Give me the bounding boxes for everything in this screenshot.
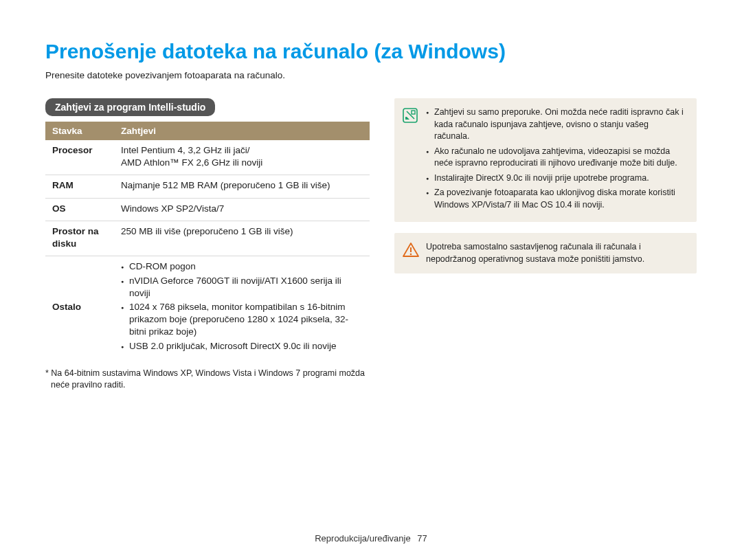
note-icon xyxy=(403,107,419,214)
left-column: Zahtjevi za program Intelli-studio Stavk… xyxy=(45,98,370,391)
row-value-disk: 250 MB ili više (preporučeno 1 GB ili vi… xyxy=(114,221,370,256)
row-label-os: OS xyxy=(45,198,114,221)
row-value-os: Windows XP SP2/Vista/7 xyxy=(114,198,370,221)
row-label-ram: RAM xyxy=(45,175,114,198)
footnote: * Na 64-bitnim sustavima Windows XP, Win… xyxy=(45,368,370,391)
page-footer: Reprodukcija/uređivanje 77 xyxy=(0,533,742,544)
info-note-item: Za povezivanje fotoaparata kao uklonjivo… xyxy=(426,187,686,211)
warning-text: Upotreba samostalno sastavljenog računal… xyxy=(426,241,686,265)
ostalo-item: nVIDIA Geforce 7600GT ili noviji/ATI X16… xyxy=(121,275,363,300)
warning-icon xyxy=(403,241,419,265)
svg-point-4 xyxy=(410,254,412,256)
requirements-table: Stavka Zahtjevi Procesor Intel Pentium 4… xyxy=(45,122,370,359)
footer-section: Reprodukcija/uređivanje xyxy=(315,533,410,544)
row-value-ram: Najmanje 512 MB RAM (preporučeno 1 GB il… xyxy=(114,175,370,198)
page-title: Prenošenje datoteka na računalo (za Wind… xyxy=(45,40,697,63)
row-value-ostalo: CD-ROM pogon nVIDIA Geforce 7600GT ili n… xyxy=(114,256,370,359)
table-header-zahtjevi: Zahtjevi xyxy=(114,122,370,140)
table-header-stavka: Stavka xyxy=(45,122,114,140)
right-column: Zahtjevi su samo preporuke. Oni možda ne… xyxy=(394,98,697,391)
row-label-ostalo: Ostalo xyxy=(45,256,114,359)
intro-text: Prenesite datoteke povezivanjem fotoapar… xyxy=(45,70,697,80)
info-note-item: Zahtjevi su samo preporuke. Oni možda ne… xyxy=(426,107,686,143)
footer-page-number: 77 xyxy=(417,533,427,544)
row-label-procesor: Procesor xyxy=(45,140,114,175)
row-label-disk: Prostor na disku xyxy=(45,221,114,256)
procesor-line2: AMD Athlon™ FX 2,6 GHz ili noviji xyxy=(121,157,262,168)
section-heading: Zahtjevi za program Intelli-studio xyxy=(45,98,215,116)
svg-rect-2 xyxy=(412,111,415,114)
svg-line-1 xyxy=(407,111,414,119)
ostalo-item: 1024 x 768 piksela, monitor kompatibilan… xyxy=(121,301,363,339)
info-note: Zahtjevi su samo preporuke. Oni možda ne… xyxy=(394,98,697,222)
ostalo-item: CD-ROM pogon xyxy=(121,260,363,273)
procesor-line1: Intel Pentium 4, 3,2 GHz ili jači/ xyxy=(121,145,250,155)
info-note-item: Ako računalo ne udovoljava zahtjevima, v… xyxy=(426,146,686,170)
warning-note: Upotreba samostalno sastavljenog računal… xyxy=(394,233,697,273)
ostalo-item: USB 2.0 priključak, Microsoft DirectX 9.… xyxy=(121,340,363,352)
info-note-item: Instalirajte DirectX 9.0c ili noviji pri… xyxy=(426,172,686,185)
row-value-procesor: Intel Pentium 4, 3,2 GHz ili jači/ AMD A… xyxy=(114,140,370,175)
